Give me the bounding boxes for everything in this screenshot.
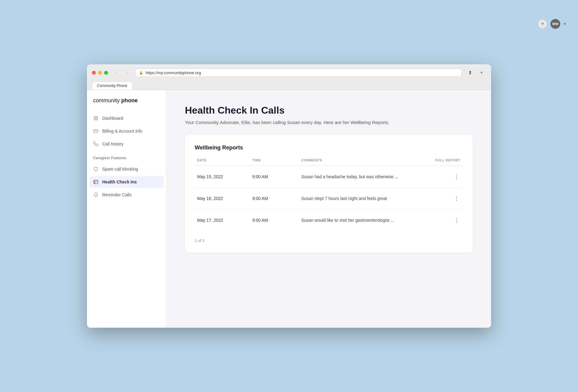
sidebar-item-call-history[interactable]: Call history (87, 138, 166, 150)
traffic-light-minimize[interactable] (98, 71, 102, 75)
traffic-light-maximize[interactable] (104, 71, 108, 75)
sidebar-item-spam-blocking-label: Spam call blocking (102, 167, 138, 172)
cell-actions-0: ⋮ (424, 172, 460, 181)
sidebar-item-dashboard-label: Dashboard (102, 116, 123, 121)
card-title: Wellbeing Reports (195, 145, 463, 151)
table-row: May 17, 2022 9:00 AM Susan would like to… (195, 209, 463, 231)
cell-date-2: May 17, 2022 (197, 218, 252, 223)
main-content: ? MW ▾ Health Check In Calls Your Commun… (167, 90, 491, 328)
nav-buttons: ‹ › (112, 68, 131, 77)
shield-icon (93, 166, 99, 172)
phone-icon (93, 141, 99, 147)
page-subtitle: Your Community Advocate, Ellie, has been… (185, 120, 473, 125)
browser-chrome: ‹ › 🔒 https://my.communityphone.org ⬆ + … (87, 64, 491, 90)
sidebar-logo: community phone (87, 97, 166, 111)
pagination: 1 of 1 (195, 238, 463, 243)
more-options-button-1[interactable]: ⋮ (452, 194, 460, 203)
more-options-button-0[interactable]: ⋮ (452, 172, 460, 181)
sidebar-item-health-check-ins[interactable]: Health Check Ins (89, 176, 164, 188)
col-header-full-report: FULL REPORT (424, 158, 460, 162)
url-text: https://my.communityphone.org (146, 70, 201, 75)
table-row: May 15, 2022 9:00 AM Susan had a headach… (195, 166, 463, 188)
forward-button[interactable]: › (123, 68, 131, 77)
svg-rect-1 (96, 116, 98, 118)
share-button[interactable]: ⬆ (465, 68, 475, 77)
sidebar-item-spam-blocking[interactable]: Spam call blocking (87, 163, 166, 175)
table-header: DATE TIME COMMENTS FULL REPORT (195, 158, 463, 166)
traffic-lights (92, 71, 108, 75)
svg-rect-6 (94, 180, 98, 184)
col-header-time: TIME (252, 158, 301, 162)
cell-date-1: May 16, 2022 (197, 196, 252, 201)
svg-rect-0 (94, 116, 96, 118)
col-header-date: DATE (197, 158, 252, 162)
wellbeing-reports-card: Wellbeing Reports DATE TIME COMMENTS FUL… (185, 135, 473, 253)
col-header-comments: COMMENTS (301, 158, 424, 162)
new-tab-button[interactable]: + (477, 68, 486, 77)
sidebar-item-call-history-label: Call history (102, 141, 123, 146)
address-bar[interactable]: 🔒 https://my.communityphone.org (135, 69, 462, 77)
health-icon (93, 179, 99, 185)
svg-rect-4 (94, 130, 98, 132)
cell-time-2: 9:00 AM (252, 218, 301, 223)
sidebar-item-reminder-calls[interactable]: Reminder Calls (87, 189, 166, 201)
sidebar: community phone Dashboard Billing & Acco… (87, 90, 167, 328)
sidebar-item-dashboard[interactable]: Dashboard (87, 112, 166, 124)
sidebar-item-health-check-ins-label: Health Check Ins (102, 179, 137, 184)
traffic-light-close[interactable] (92, 71, 96, 75)
svg-rect-2 (94, 119, 96, 120)
cell-actions-1: ⋮ (424, 194, 460, 203)
bell-icon (93, 192, 99, 198)
svg-rect-3 (96, 119, 98, 120)
more-options-button-2[interactable]: ⋮ (452, 216, 460, 225)
cell-time-0: 9:00 AM (252, 174, 301, 179)
cell-time-1: 9:00 AM (252, 196, 301, 201)
active-tab[interactable]: Community Phone (92, 81, 133, 90)
browser-window: ‹ › 🔒 https://my.communityphone.org ⬆ + … (87, 64, 491, 328)
lock-icon: 🔒 (139, 71, 143, 75)
page-title: Health Check In Calls (185, 105, 473, 116)
table-row: May 16, 2022 9:00 AM Susan slept 7 hours… (195, 188, 463, 209)
sidebar-item-billing[interactable]: Billing & Account info (87, 125, 166, 137)
cell-comments-2: Susan would like to visit her gastroente… (301, 217, 424, 224)
sidebar-item-reminder-calls-label: Reminder Calls (102, 192, 132, 197)
cell-comments-1: Susan slept 7 hours last night and feels… (301, 195, 424, 202)
browser-tabs: Community Phone (92, 80, 486, 90)
cell-actions-2: ⋮ (424, 216, 460, 225)
app-layout: community phone Dashboard Billing & Acco… (87, 90, 491, 328)
browser-actions: ⬆ + (465, 68, 486, 77)
card-icon (93, 128, 99, 134)
back-button[interactable]: ‹ (112, 68, 120, 77)
logo-text: community phone (93, 97, 138, 104)
caregiver-section-label: Caregiver Features (87, 151, 166, 162)
browser-titlebar: ‹ › 🔒 https://my.communityphone.org ⬆ + (92, 68, 486, 77)
cell-comments-0: Susan had a headache today, but was othe… (301, 174, 424, 180)
sidebar-item-billing-label: Billing & Account info (102, 129, 142, 134)
cell-date-0: May 15, 2022 (197, 174, 252, 179)
table-body: May 15, 2022 9:00 AM Susan had a headach… (195, 166, 463, 231)
grid-icon (93, 115, 99, 121)
